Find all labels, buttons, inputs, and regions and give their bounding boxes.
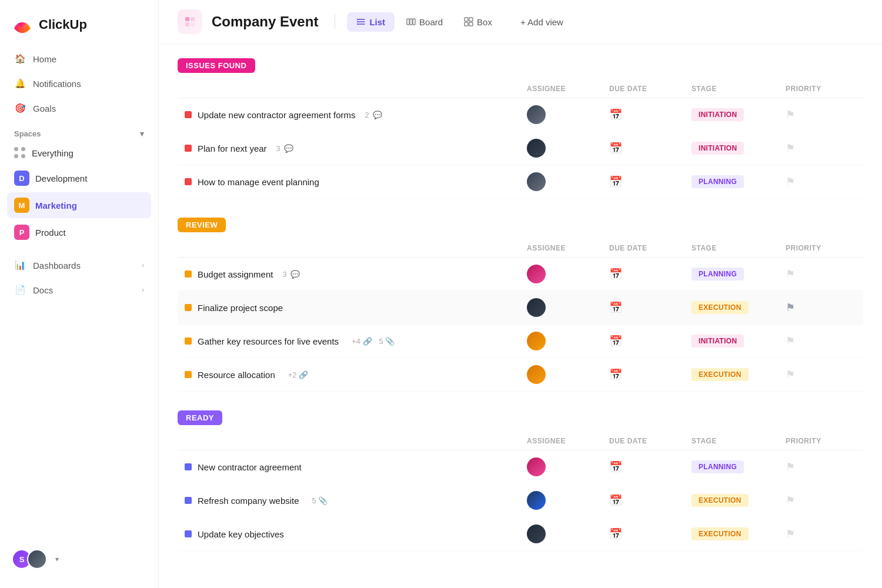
- stage-cell: PLANNING: [691, 460, 786, 473]
- task-name-cell: Resource allocation +2 🔗: [185, 370, 527, 380]
- svg-rect-11: [469, 18, 473, 21]
- table-row[interactable]: How to manage event planning 📅 PLANNING …: [178, 165, 863, 199]
- docs-icon: 📄: [14, 284, 26, 296]
- calendar-icon: 📅: [609, 368, 622, 381]
- calendar-icon: 📅: [609, 494, 622, 507]
- svg-rect-3: [191, 22, 195, 26]
- assignee-cell: [527, 172, 609, 191]
- stage-badge: EXECUTION: [691, 368, 749, 381]
- sidebar-item-development[interactable]: D Development: [7, 165, 151, 191]
- flag-icon: ⚑: [786, 175, 795, 188]
- due-date-cell[interactable]: 📅: [609, 108, 691, 121]
- sidebar-item-product[interactable]: P Product: [7, 219, 151, 245]
- due-date-cell[interactable]: 📅: [609, 268, 691, 280]
- svg-rect-8: [410, 19, 412, 25]
- calendar-icon: 📅: [609, 108, 622, 121]
- stage-cell: EXECUTION: [691, 494, 786, 507]
- stage-badge: EXECUTION: [691, 494, 749, 507]
- task-col-header: [185, 244, 527, 252]
- tab-list[interactable]: List: [347, 12, 395, 32]
- ready-badge: READY: [178, 410, 222, 425]
- clickup-logo-icon: [12, 14, 33, 35]
- priority-cell: ⚑: [786, 175, 856, 188]
- priority-col-header: PRIORITY: [786, 244, 856, 252]
- tab-box[interactable]: Box: [455, 12, 502, 32]
- table-row[interactable]: Budget assignment 3 💬 📅 PLANNING ⚑: [178, 258, 863, 291]
- sidebar-item-dashboards[interactable]: 📊 Dashboards ›: [7, 253, 151, 277]
- due-date-cell[interactable]: 📅: [609, 527, 691, 540]
- sidebar-item-docs[interactable]: 📄 Docs ›: [7, 278, 151, 302]
- svg-rect-2: [185, 22, 189, 26]
- ready-table-header: ASSIGNEE DUE DATE STAGE PRIORITY: [178, 432, 863, 450]
- table-row[interactable]: Plan for next year 3 💬 📅 INITIATION ⚑: [178, 132, 863, 165]
- table-row[interactable]: Refresh company website 5 📎 📅 EXECUTION …: [178, 484, 863, 517]
- stage-cell: PLANNING: [691, 268, 786, 280]
- due-date-cell[interactable]: 📅: [609, 175, 691, 188]
- assignee-cell: [527, 457, 609, 476]
- svg-rect-13: [469, 22, 473, 26]
- sidebar-item-marketing[interactable]: M Marketing: [7, 192, 151, 218]
- task-status-dot: [185, 270, 192, 278]
- table-row[interactable]: Resource allocation +2 🔗 📅 EXECUTION ⚑: [178, 358, 863, 392]
- due-date-cell[interactable]: 📅: [609, 142, 691, 155]
- due-date-cell[interactable]: 📅: [609, 460, 691, 473]
- calendar-icon: 📅: [609, 460, 622, 473]
- priority-col-header: PRIORITY: [786, 85, 856, 93]
- product-initial: P: [19, 228, 25, 237]
- avatar: [527, 491, 546, 510]
- svg-rect-1: [191, 17, 195, 21]
- table-row[interactable]: Update key objectives 📅 EXECUTION ⚑: [178, 517, 863, 551]
- due-date-col-header: DUE DATE: [609, 244, 691, 252]
- sidebar-development-label: Development: [35, 173, 87, 183]
- due-date-col-header: DUE DATE: [609, 85, 691, 93]
- sidebar-item-everything[interactable]: Everything: [7, 142, 151, 164]
- task-meta: 3 💬: [276, 144, 293, 153]
- comment-count: 2: [365, 111, 369, 119]
- view-tabs: List Board Box: [347, 12, 502, 32]
- stage-cell: INITIATION: [691, 108, 786, 121]
- comment-icon: 💬: [290, 270, 300, 279]
- add-view-button[interactable]: + Add view: [511, 12, 573, 32]
- flag-icon: ⚑: [786, 527, 795, 540]
- task-name: New contractor agreement: [198, 462, 302, 472]
- due-date-col-header: DUE DATE: [609, 437, 691, 445]
- sidebar-notifications-label: Notifications: [33, 79, 81, 89]
- table-row[interactable]: Finalize project scope 📅 EXECUTION ⚑: [178, 291, 863, 325]
- assignee-cell: [527, 365, 609, 384]
- logo-area[interactable]: ClickUp: [0, 9, 158, 47]
- tasks-content: ISSUES FOUND ASSIGNEE DUE DATE STAGE PRI…: [159, 44, 882, 588]
- docs-chevron-icon: ›: [142, 286, 144, 294]
- svg-rect-0: [185, 17, 189, 21]
- review-badge: REVIEW: [178, 218, 226, 232]
- task-meta: +4 🔗 5 📎: [348, 337, 395, 346]
- review-table-header: ASSIGNEE DUE DATE STAGE PRIORITY: [178, 239, 863, 258]
- assignee-cell: [527, 524, 609, 543]
- task-name: Update key objectives: [198, 529, 284, 539]
- table-row[interactable]: New contractor agreement 📅 PLANNING ⚑: [178, 450, 863, 484]
- sidebar-marketing-label: Marketing: [35, 201, 77, 211]
- sidebar-goals-label: Goals: [33, 103, 56, 113]
- add-view-label: + Add view: [520, 17, 563, 27]
- due-date-cell[interactable]: 📅: [609, 301, 691, 314]
- sidebar-item-notifications[interactable]: 🔔 Notifications: [7, 72, 151, 95]
- stage-col-header: STAGE: [691, 244, 786, 252]
- home-icon: 🏠: [14, 53, 26, 65]
- sidebar-item-home[interactable]: 🏠 Home: [7, 47, 151, 71]
- task-meta: 5 📎: [309, 496, 328, 505]
- table-row[interactable]: Update new contractor agreement forms 2 …: [178, 98, 863, 132]
- comment-count: 3: [282, 270, 286, 279]
- sidebar-docs-label: Docs: [33, 285, 53, 295]
- task-meta: 3 💬: [282, 270, 299, 279]
- tab-board[interactable]: Board: [397, 12, 452, 32]
- priority-col-header: PRIORITY: [786, 437, 856, 445]
- calendar-icon: 📅: [609, 301, 622, 314]
- due-date-cell[interactable]: 📅: [609, 335, 691, 348]
- table-row[interactable]: Gather key resources for live events +4 …: [178, 325, 863, 358]
- priority-cell: ⚑: [786, 335, 856, 348]
- sidebar-item-goals[interactable]: 🎯 Goals: [7, 96, 151, 120]
- due-date-cell[interactable]: 📅: [609, 494, 691, 507]
- sidebar-user-area[interactable]: S ▾: [0, 540, 158, 579]
- tab-board-label: Board: [419, 17, 443, 27]
- due-date-cell[interactable]: 📅: [609, 368, 691, 381]
- stage-cell: INITIATION: [691, 335, 786, 348]
